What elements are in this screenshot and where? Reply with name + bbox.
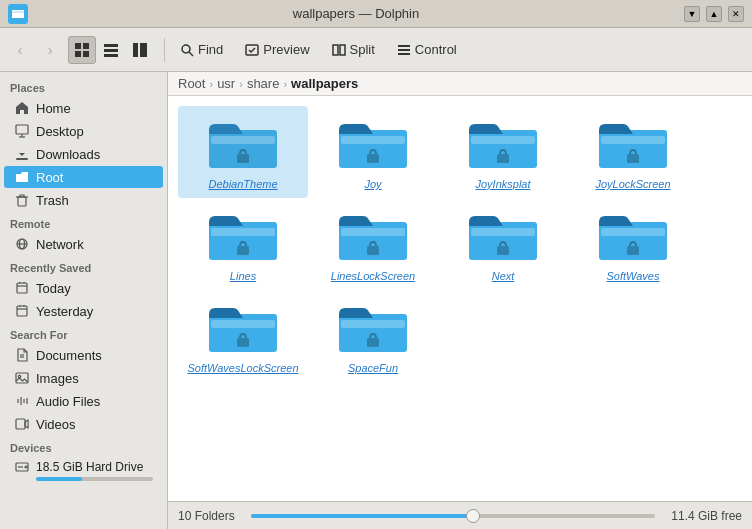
split-button[interactable]: Split [323, 37, 384, 62]
free-space: 11.4 GiB free [671, 509, 742, 523]
toolbar: ‹ › Find Preview [0, 28, 752, 72]
control-label: Control [415, 42, 457, 57]
sidebar-item-audio[interactable]: Audio Files [4, 390, 163, 412]
breadcrumb-share[interactable]: share [247, 76, 280, 91]
folder-icon [207, 298, 279, 358]
sidebar-item-documents[interactable]: Documents [4, 344, 163, 366]
hdd-icon [14, 459, 30, 475]
split-label: Split [350, 42, 375, 57]
breadcrumb: Root › usr › share › wallpapers [168, 72, 752, 96]
find-button[interactable]: Find [171, 37, 232, 62]
file-item[interactable]: DebianTheme [178, 106, 308, 198]
list-view-button[interactable] [97, 36, 125, 64]
file-item[interactable]: Lines [178, 198, 308, 290]
videos-label: Videos [36, 417, 76, 432]
file-item[interactable]: SpaceFun [308, 290, 438, 382]
sidebar-item-root[interactable]: Root [4, 166, 163, 188]
search-section-title: Search For [0, 323, 167, 343]
sidebar-item-home[interactable]: Home [4, 97, 163, 119]
main-area: Places Home Desktop Downloa [0, 72, 752, 529]
svg-rect-64 [601, 228, 665, 236]
file-item[interactable]: JoyLockScreen [568, 106, 698, 198]
control-button[interactable]: Control [388, 37, 466, 62]
folder-icon [337, 298, 409, 358]
preview-label: Preview [263, 42, 309, 57]
minimize-button[interactable]: ▼ [684, 6, 700, 22]
sidebar-item-downloads[interactable]: Downloads [4, 143, 163, 165]
file-item[interactable]: LinesLockScreen [308, 198, 438, 290]
grid-view-button[interactable] [68, 36, 96, 64]
preview-button[interactable]: Preview [236, 37, 318, 62]
device-hard-drive[interactable]: 18.5 GiB Hard Drive [4, 457, 163, 485]
svg-rect-7 [133, 43, 138, 57]
images-icon [14, 370, 30, 386]
zoom-slider-track[interactable] [251, 514, 656, 518]
back-button[interactable]: ‹ [6, 36, 34, 64]
svg-rect-12 [333, 45, 338, 55]
forward-button[interactable]: › [36, 36, 64, 64]
file-label: LinesLockScreen [331, 270, 415, 282]
device-name: 18.5 GiB Hard Drive [36, 460, 143, 474]
svg-rect-38 [16, 419, 25, 429]
sidebar-item-yesterday[interactable]: Yesterday [4, 300, 163, 322]
trash-label: Trash [36, 193, 69, 208]
remote-section-title: Remote [0, 212, 167, 232]
file-item[interactable]: Next [438, 198, 568, 290]
downloads-icon [14, 146, 30, 162]
root-label: Root [36, 170, 63, 185]
home-label: Home [36, 101, 71, 116]
places-section-title: Places [0, 76, 167, 96]
sidebar-item-trash[interactable]: Trash [4, 189, 163, 211]
content-area: Root › usr › share › wallpapers DebianTh… [168, 72, 752, 529]
sidebar-item-images[interactable]: Images [4, 367, 163, 389]
file-item[interactable]: SoftWavesLockScreen [178, 290, 308, 382]
toolbar-separator [164, 38, 165, 62]
file-item[interactable]: SoftWaves [568, 198, 698, 290]
svg-rect-3 [83, 51, 89, 57]
svg-rect-15 [398, 49, 410, 51]
svg-rect-71 [367, 338, 379, 347]
svg-rect-49 [471, 136, 535, 144]
svg-rect-30 [17, 306, 27, 316]
svg-rect-56 [237, 246, 249, 255]
file-label: JoyLockScreen [595, 178, 670, 190]
svg-rect-17 [16, 125, 28, 134]
audio-label: Audio Files [36, 394, 100, 409]
sidebar-item-videos[interactable]: Videos [4, 413, 163, 435]
device-bar-fill [36, 477, 82, 481]
file-item[interactable]: JoyInksplat [438, 106, 568, 198]
file-grid: DebianTheme Joy [168, 96, 752, 501]
close-button[interactable]: ✕ [728, 6, 744, 22]
folder-icon [467, 206, 539, 266]
breadcrumb-sep-1: › [209, 78, 213, 90]
folder-icon [337, 206, 409, 266]
svg-rect-6 [104, 54, 118, 57]
svg-point-9 [182, 45, 190, 53]
today-icon [14, 280, 30, 296]
file-item[interactable]: Joy [308, 106, 438, 198]
folder-icon [597, 114, 669, 174]
sidebar-item-network[interactable]: Network [4, 233, 163, 255]
svg-rect-26 [17, 283, 27, 293]
file-label: Lines [230, 270, 256, 282]
file-label: JoyInksplat [475, 178, 530, 190]
downloads-label: Downloads [36, 147, 100, 162]
zoom-slider-thumb[interactable] [466, 509, 480, 523]
breadcrumb-usr[interactable]: usr [217, 76, 235, 91]
panel-view-button[interactable] [126, 36, 154, 64]
svg-rect-44 [237, 154, 249, 163]
sidebar-item-today[interactable]: Today [4, 277, 163, 299]
svg-rect-55 [211, 228, 275, 236]
root-icon [14, 169, 30, 185]
breadcrumb-root[interactable]: Root [178, 76, 205, 91]
svg-rect-5 [104, 49, 118, 52]
svg-rect-13 [340, 45, 345, 55]
audio-icon [14, 393, 30, 409]
folder-icon [207, 114, 279, 174]
desktop-icon [14, 123, 30, 139]
nav-buttons: ‹ › [6, 36, 64, 64]
zoom-slider-area[interactable] [251, 514, 656, 518]
svg-rect-43 [211, 136, 275, 144]
maximize-button[interactable]: ▲ [706, 6, 722, 22]
sidebar-item-desktop[interactable]: Desktop [4, 120, 163, 142]
